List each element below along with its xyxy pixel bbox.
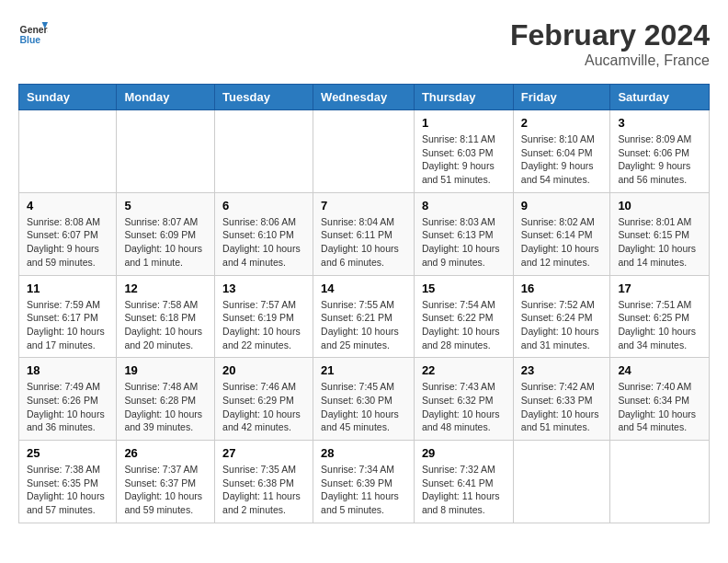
svg-text:General: General [20,25,48,35]
day-info: Sunrise: 7:35 AM Sunset: 6:38 PM Dayligh… [222,463,305,517]
day-number: 18 [27,363,108,377]
calendar-cell: 26Sunrise: 7:37 AM Sunset: 6:37 PM Dayli… [117,441,215,523]
calendar-cell: 5Sunrise: 8:07 AM Sunset: 6:09 PM Daylig… [117,192,215,275]
day-number: 23 [521,363,603,377]
day-number: 14 [321,282,406,295]
day-number: 5 [124,199,207,213]
day-number: 29 [422,446,506,460]
day-info: Sunrise: 8:01 AM Sunset: 6:15 PM Dayligh… [618,215,701,270]
day-number: 6 [222,199,305,213]
month-title: February 2024 [510,18,710,52]
day-number: 12 [124,282,207,295]
day-info: Sunrise: 7:51 AM Sunset: 6:25 PM Dayligh… [618,298,701,352]
calendar-cell: 29Sunrise: 7:32 AM Sunset: 6:41 PM Dayli… [414,441,513,523]
calendar-cell: 27Sunrise: 7:35 AM Sunset: 6:38 PM Dayli… [215,441,313,523]
day-info: Sunrise: 8:06 AM Sunset: 6:10 PM Dayligh… [222,215,305,270]
day-number: 2 [521,116,603,130]
calendar-cell [117,110,215,193]
calendar-cell: 23Sunrise: 7:42 AM Sunset: 6:33 PM Dayli… [513,358,610,441]
calendar-header-row: SundayMondayTuesdayWednesdayThursdayFrid… [19,85,710,110]
day-of-week-header: Thursday [414,85,513,110]
day-info: Sunrise: 7:57 AM Sunset: 6:19 PM Dayligh… [222,298,305,352]
day-info: Sunrise: 8:02 AM Sunset: 6:14 PM Dayligh… [521,215,603,270]
day-number: 15 [422,282,506,295]
day-info: Sunrise: 8:07 AM Sunset: 6:09 PM Dayligh… [124,215,207,270]
calendar-cell: 21Sunrise: 7:45 AM Sunset: 6:30 PM Dayli… [313,358,415,441]
calendar-cell: 17Sunrise: 7:51 AM Sunset: 6:25 PM Dayli… [610,275,710,358]
calendar-cell: 4Sunrise: 8:08 AM Sunset: 6:07 PM Daylig… [19,192,117,275]
day-number: 3 [618,116,701,130]
day-of-week-header: Wednesday [313,85,415,110]
calendar-week-row: 18Sunrise: 7:49 AM Sunset: 6:26 PM Dayli… [19,358,710,441]
svg-text:Blue: Blue [20,35,41,45]
day-info: Sunrise: 7:32 AM Sunset: 6:41 PM Dayligh… [422,463,506,517]
calendar-cell: 7Sunrise: 8:04 AM Sunset: 6:11 PM Daylig… [313,192,415,275]
calendar-cell: 15Sunrise: 7:54 AM Sunset: 6:22 PM Dayli… [414,275,513,358]
day-number: 1 [422,116,506,130]
calendar-cell: 9Sunrise: 8:02 AM Sunset: 6:14 PM Daylig… [513,192,610,275]
day-number: 25 [27,446,108,460]
calendar-week-row: 4Sunrise: 8:08 AM Sunset: 6:07 PM Daylig… [19,192,710,275]
calendar-table: SundayMondayTuesdayWednesdayThursdayFrid… [18,84,710,523]
day-info: Sunrise: 8:11 AM Sunset: 6:03 PM Dayligh… [422,132,506,187]
calendar-cell: 3Sunrise: 8:09 AM Sunset: 6:06 PM Daylig… [610,110,710,193]
calendar-cell: 20Sunrise: 7:46 AM Sunset: 6:29 PM Dayli… [215,358,313,441]
day-number: 11 [27,282,108,295]
day-info: Sunrise: 7:59 AM Sunset: 6:17 PM Dayligh… [27,298,108,352]
calendar-cell: 13Sunrise: 7:57 AM Sunset: 6:19 PM Dayli… [215,275,313,358]
calendar-cell: 12Sunrise: 7:58 AM Sunset: 6:18 PM Dayli… [117,275,215,358]
calendar-cell: 10Sunrise: 8:01 AM Sunset: 6:15 PM Dayli… [610,192,710,275]
calendar-cell: 11Sunrise: 7:59 AM Sunset: 6:17 PM Dayli… [19,275,117,358]
day-of-week-header: Tuesday [215,85,313,110]
calendar-cell: 19Sunrise: 7:48 AM Sunset: 6:28 PM Dayli… [117,358,215,441]
calendar-cell: 14Sunrise: 7:55 AM Sunset: 6:21 PM Dayli… [313,275,415,358]
day-number: 20 [222,363,305,377]
day-info: Sunrise: 8:09 AM Sunset: 6:06 PM Dayligh… [618,132,701,187]
logo-icon: General Blue [18,18,48,48]
day-info: Sunrise: 7:37 AM Sunset: 6:37 PM Dayligh… [124,463,207,517]
calendar-cell: 1Sunrise: 8:11 AM Sunset: 6:03 PM Daylig… [414,110,513,193]
day-info: Sunrise: 7:58 AM Sunset: 6:18 PM Dayligh… [124,298,207,352]
calendar-week-row: 1Sunrise: 8:11 AM Sunset: 6:03 PM Daylig… [19,110,710,193]
day-number: 17 [618,282,701,295]
calendar-cell: 18Sunrise: 7:49 AM Sunset: 6:26 PM Dayli… [19,358,117,441]
calendar-cell: 2Sunrise: 8:10 AM Sunset: 6:04 PM Daylig… [513,110,610,193]
day-of-week-header: Friday [513,85,610,110]
day-number: 24 [618,363,701,377]
calendar-cell: 8Sunrise: 8:03 AM Sunset: 6:13 PM Daylig… [414,192,513,275]
day-number: 7 [321,199,406,213]
day-info: Sunrise: 8:04 AM Sunset: 6:11 PM Dayligh… [321,215,406,270]
location: Aucamville, France [510,52,710,69]
calendar-cell: 22Sunrise: 7:43 AM Sunset: 6:32 PM Dayli… [414,358,513,441]
day-number: 26 [124,446,207,460]
calendar-cell [610,441,710,523]
page-header: General Blue February 2024 Aucamville, F… [18,18,710,69]
day-info: Sunrise: 7:38 AM Sunset: 6:35 PM Dayligh… [27,463,108,517]
day-info: Sunrise: 7:45 AM Sunset: 6:30 PM Dayligh… [321,380,406,434]
calendar-cell: 24Sunrise: 7:40 AM Sunset: 6:34 PM Dayli… [610,358,710,441]
day-info: Sunrise: 7:42 AM Sunset: 6:33 PM Dayligh… [521,380,603,434]
day-info: Sunrise: 8:10 AM Sunset: 6:04 PM Dayligh… [521,132,603,187]
day-number: 4 [27,199,108,213]
day-info: Sunrise: 7:52 AM Sunset: 6:24 PM Dayligh… [521,298,603,352]
calendar-cell [19,110,117,193]
day-info: Sunrise: 7:55 AM Sunset: 6:21 PM Dayligh… [321,298,406,352]
logo: General Blue [18,18,48,48]
day-info: Sunrise: 7:49 AM Sunset: 6:26 PM Dayligh… [27,380,108,434]
calendar-cell [313,110,415,193]
day-info: Sunrise: 7:34 AM Sunset: 6:39 PM Dayligh… [321,463,406,517]
day-of-week-header: Saturday [610,85,710,110]
calendar-cell: 25Sunrise: 7:38 AM Sunset: 6:35 PM Dayli… [19,441,117,523]
calendar-cell: 16Sunrise: 7:52 AM Sunset: 6:24 PM Dayli… [513,275,610,358]
day-info: Sunrise: 7:43 AM Sunset: 6:32 PM Dayligh… [422,380,506,434]
calendar-cell: 6Sunrise: 8:06 AM Sunset: 6:10 PM Daylig… [215,192,313,275]
day-info: Sunrise: 8:08 AM Sunset: 6:07 PM Dayligh… [27,215,108,270]
day-number: 19 [124,363,207,377]
calendar-cell [215,110,313,193]
day-number: 16 [521,282,603,295]
day-number: 27 [222,446,305,460]
day-info: Sunrise: 7:40 AM Sunset: 6:34 PM Dayligh… [618,380,701,434]
day-info: Sunrise: 7:46 AM Sunset: 6:29 PM Dayligh… [222,380,305,434]
day-number: 21 [321,363,406,377]
calendar-cell [513,441,610,523]
